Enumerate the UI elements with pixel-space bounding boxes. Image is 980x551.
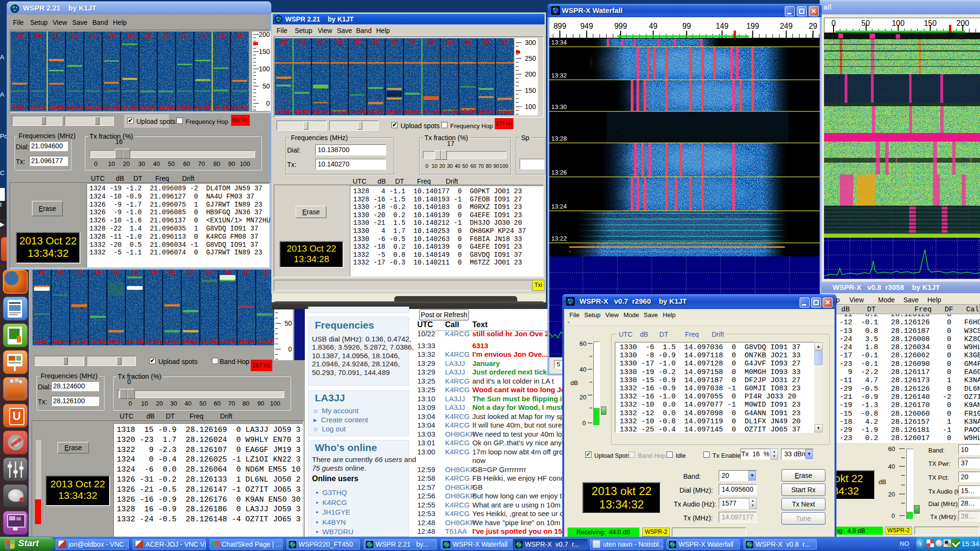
svg-text:150: 150	[259, 48, 270, 55]
svg-text:30: 30	[446, 39, 453, 46]
svg-text:29: 29	[809, 22, 817, 30]
svg-text:899: 899	[554, 22, 567, 30]
svg-text:50: 50	[284, 320, 292, 327]
svg-text:10: 10	[132, 269, 138, 276]
svg-text:13:32: 13:32	[551, 72, 567, 79]
svg-text:13:26: 13:26	[441, 108, 457, 115]
svg-text:3:08: 3:08	[35, 338, 48, 345]
svg-text:30: 30	[317, 39, 324, 46]
svg-text:13:18: 13:18	[386, 108, 402, 115]
svg-text:30: 30	[428, 39, 434, 46]
svg-text:10: 10	[94, 269, 101, 276]
svg-text:15: 15	[181, 33, 188, 40]
svg-text:150: 150	[525, 87, 536, 94]
svg-text:0: 0	[288, 345, 292, 353]
svg-text:10: 10	[206, 269, 212, 276]
svg-text:13:14: 13:14	[89, 338, 106, 345]
svg-text:15: 15	[126, 33, 133, 40]
svg-text:949: 949	[580, 22, 593, 30]
svg-text:30: 30	[299, 39, 306, 46]
svg-text:99: 99	[682, 22, 691, 30]
svg-text:13:20: 13:20	[145, 338, 161, 345]
svg-text:3:02: 3:02	[12, 103, 25, 110]
svg-text:13:16: 13:16	[108, 338, 124, 345]
svg-text:13:16: 13:16	[122, 103, 137, 110]
svg-text:300: 300	[525, 39, 536, 46]
svg-text:13:28: 13:28	[213, 103, 229, 110]
svg-text:49: 49	[649, 22, 657, 30]
svg-text:30: 30	[501, 39, 508, 46]
svg-text:50: 50	[262, 82, 270, 90]
svg-text:13:32: 13:32	[257, 338, 273, 345]
svg-text:13:24: 13:24	[423, 108, 439, 115]
svg-text:200: 200	[259, 32, 270, 38]
svg-text:13:28: 13:28	[551, 135, 567, 142]
svg-text:200: 200	[525, 70, 536, 78]
svg-text:13:28: 13:28	[460, 108, 476, 115]
svg-text:15: 15	[71, 33, 78, 40]
svg-text:13:10: 13:10	[67, 103, 82, 110]
svg-text:10: 10	[187, 269, 194, 276]
svg-text:13:26: 13:26	[195, 103, 211, 110]
svg-text:15: 15	[16, 33, 23, 40]
svg-text:13:30: 13:30	[478, 108, 494, 115]
svg-text:10: 10	[262, 269, 268, 276]
svg-text:15: 15	[89, 33, 96, 40]
svg-text:10: 10	[76, 269, 82, 276]
svg-text:3:04: 3:04	[278, 108, 290, 115]
svg-text:13:12: 13:12	[331, 108, 347, 115]
svg-text:30: 30	[465, 39, 471, 46]
svg-text:10: 10	[224, 269, 231, 276]
svg-text:13:18: 13:18	[127, 338, 143, 345]
svg-text:13:12: 13:12	[71, 338, 87, 345]
svg-text:13:28: 13:28	[220, 338, 235, 345]
svg-text:13:30: 13:30	[238, 338, 254, 345]
svg-text:15: 15	[218, 33, 225, 40]
svg-text:999: 999	[614, 22, 627, 30]
svg-text:13:04: 13:04	[30, 103, 46, 110]
svg-text:15: 15	[145, 33, 151, 40]
svg-text:13:22: 13:22	[404, 108, 420, 115]
svg-text:30: 30	[280, 39, 287, 46]
svg-text:10: 10	[57, 269, 64, 276]
svg-text:10: 10	[243, 269, 250, 276]
svg-text:13:18: 13:18	[140, 103, 156, 110]
svg-text:15: 15	[34, 33, 41, 40]
svg-text:13:22: 13:22	[164, 338, 179, 345]
svg-text:149: 149	[716, 22, 729, 30]
svg-text:30: 30	[391, 39, 398, 46]
svg-text:13:26: 13:26	[551, 169, 567, 176]
svg-text:100: 100	[259, 65, 270, 73]
svg-text:10: 10	[38, 269, 45, 276]
svg-text:15: 15	[53, 33, 60, 40]
svg-text:15: 15	[236, 33, 243, 40]
svg-text:13:24: 13:24	[182, 338, 199, 345]
svg-text:199: 199	[746, 22, 759, 30]
svg-text:13:16: 13:16	[368, 108, 384, 115]
svg-text:13:30: 13:30	[551, 103, 567, 110]
svg-text:13:12: 13:12	[85, 103, 100, 110]
svg-text:10: 10	[113, 269, 120, 276]
svg-text:30: 30	[336, 39, 343, 46]
svg-text:13:22: 13:22	[158, 103, 174, 110]
svg-text:30: 30	[409, 39, 416, 46]
svg-text:0: 0	[266, 99, 270, 107]
svg-text:30: 30	[354, 39, 361, 46]
svg-text:13:22: 13:22	[551, 235, 567, 242]
svg-text:10: 10	[150, 269, 157, 276]
svg-text:13:24: 13:24	[551, 203, 567, 210]
svg-text:13:14: 13:14	[349, 108, 366, 115]
svg-text:13:26: 13:26	[201, 338, 217, 345]
svg-text:100: 100	[525, 103, 536, 110]
svg-text:15: 15	[108, 33, 115, 40]
svg-text:13:08: 13:08	[48, 103, 64, 110]
svg-text:13:32: 13:32	[497, 108, 512, 115]
svg-text:13:24: 13:24	[177, 103, 193, 110]
svg-text:13:10: 13:10	[312, 108, 328, 115]
svg-text:249: 249	[780, 22, 793, 30]
svg-text:13:10: 13:10	[52, 338, 68, 345]
svg-text:15: 15	[200, 33, 206, 40]
svg-text:15: 15	[163, 33, 170, 40]
svg-text:13:08: 13:08	[294, 108, 310, 115]
svg-text:30: 30	[373, 39, 379, 46]
